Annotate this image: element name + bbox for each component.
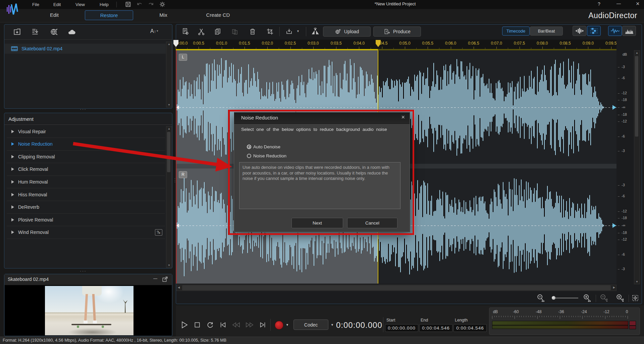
waveform-vscrollbar[interactable]: ▲ ▼ xyxy=(634,50,640,284)
upload-button[interactable]: Upload xyxy=(323,27,371,37)
expand-triangle-icon[interactable] xyxy=(11,142,14,146)
expand-triangle-icon[interactable] xyxy=(11,155,14,158)
timeline-ruler[interactable]: 0:00.00:00.50:01.00:01.50:02.00:02.50:03… xyxy=(176,40,616,49)
adjustment-item-hum-removal[interactable]: Hum Removal xyxy=(7,176,165,188)
fast-forward-button[interactable] xyxy=(246,321,254,329)
scroll-down-icon[interactable]: ▼ xyxy=(634,280,640,283)
insert-marker-icon[interactable] xyxy=(285,28,293,36)
start-field[interactable]: 0:00:00.000 xyxy=(385,324,418,332)
stretch-tool-button[interactable] xyxy=(573,26,586,36)
end-field[interactable]: 0:00:04.546 xyxy=(419,324,452,332)
barbeat-toggle-button[interactable]: Bar/Beat xyxy=(530,27,563,36)
noise-reduction-radio[interactable] xyxy=(247,154,251,158)
zoom-slider-knob[interactable] xyxy=(552,296,555,300)
adjustment-item-hiss-removal[interactable]: Hiss Removal xyxy=(7,188,165,201)
panel-drag-handle[interactable]: ··· xyxy=(80,268,87,274)
multitrack-view-button[interactable] xyxy=(587,26,601,36)
adjustment-item-wind-removal[interactable]: Wind Removal xyxy=(7,226,165,239)
media-list-row[interactable]: Skateboard 02.mp4 xyxy=(5,44,166,54)
fit-view-icon[interactable] xyxy=(631,294,639,302)
codec-button[interactable]: Codec xyxy=(293,320,328,330)
download-sounds-globe-icon[interactable] xyxy=(50,28,58,36)
length-field[interactable]: 0:00:04.546 xyxy=(453,324,487,332)
cut-scissors-icon[interactable] xyxy=(197,28,205,36)
undo-icon[interactable] xyxy=(136,1,143,8)
play-button[interactable] xyxy=(180,321,189,329)
adjustment-scrollbar[interactable]: ▲ ▼ xyxy=(166,126,172,268)
timecode-toggle-button[interactable]: Timecode xyxy=(502,27,530,36)
spectrum-view-button[interactable] xyxy=(622,26,636,36)
adjustment-item-visual-repair[interactable]: Visual Repair xyxy=(7,125,165,138)
adjustment-item-dereverb[interactable]: DeReverb xyxy=(7,201,165,214)
preview-minimize-icon[interactable]: — xyxy=(153,276,157,281)
cloud-icon[interactable] xyxy=(67,28,77,36)
menu-file[interactable]: File xyxy=(30,1,42,8)
adjustment-item-plosive-removal[interactable]: Plosive Removal xyxy=(7,213,165,226)
waveform-view-button[interactable] xyxy=(608,26,622,36)
save-icon[interactable] xyxy=(125,1,131,8)
scroll-up-icon[interactable]: ▲ xyxy=(634,51,640,54)
scroll-right-icon[interactable]: ▶ xyxy=(613,286,615,289)
stop-button[interactable] xyxy=(194,322,201,328)
expand-triangle-icon[interactable] xyxy=(11,167,14,171)
scroll-down-icon[interactable]: ▼ xyxy=(166,103,172,106)
scroll-down-icon[interactable]: ▼ xyxy=(166,264,172,267)
menu-view[interactable]: View xyxy=(73,1,88,8)
wind-removal-help-icon[interactable]: ?▶ xyxy=(155,229,162,236)
loop-button[interactable] xyxy=(207,321,214,329)
next-button[interactable]: Next xyxy=(291,218,343,228)
waveform-hscrollbar[interactable]: ◀ ▶ xyxy=(176,285,616,291)
zoom-slider-track[interactable] xyxy=(554,298,578,298)
expand-triangle-icon[interactable] xyxy=(11,180,14,184)
import-media-icon[interactable] xyxy=(13,28,21,36)
adjustment-item-noise-reduction[interactable]: Noise Reduction xyxy=(7,138,165,151)
scroll-up-icon[interactable]: ▲ xyxy=(166,127,172,130)
expand-triangle-icon[interactable] xyxy=(11,193,14,196)
dialog-titlebar[interactable]: Noise Reduction × xyxy=(234,112,410,124)
delete-trash-icon[interactable] xyxy=(249,28,257,36)
clip-properties-icon[interactable] xyxy=(181,28,190,36)
previous-button[interactable] xyxy=(219,321,227,329)
minimize-button[interactable]: — xyxy=(616,1,621,6)
tab-edit[interactable]: Edit xyxy=(38,10,71,19)
expand-triangle-icon[interactable] xyxy=(11,130,14,133)
adjustment-item-click-removal[interactable]: Click Removal xyxy=(7,163,165,176)
rewind-button[interactable] xyxy=(232,321,240,329)
preview-popout-icon[interactable] xyxy=(162,276,168,282)
vscroll-thumb[interactable] xyxy=(635,56,638,137)
scroll-left-icon[interactable]: ◀ xyxy=(178,286,180,289)
adjustment-item-clipping-removal[interactable]: Clipping Removal xyxy=(7,150,165,163)
auto-denoise-radio[interactable] xyxy=(247,145,251,149)
zoom-in-horizontal-icon[interactable] xyxy=(582,293,592,303)
import-audio-icon[interactable] xyxy=(31,28,40,36)
zoom-out-horizontal-icon[interactable] xyxy=(536,293,545,303)
expand-triangle-icon[interactable] xyxy=(11,218,14,222)
tab-restore[interactable]: Restore xyxy=(85,10,133,20)
marker-dropdown-caret-icon[interactable]: ▼ xyxy=(297,30,300,33)
record-button[interactable] xyxy=(275,321,283,330)
tab-create-cd[interactable]: Create CD xyxy=(198,10,238,19)
redo-icon[interactable] xyxy=(148,1,154,8)
trim-icon[interactable] xyxy=(266,28,274,36)
produce-button[interactable]: Produce xyxy=(373,27,421,37)
next-button[interactable] xyxy=(259,321,266,329)
close-button[interactable]: × xyxy=(636,0,640,7)
settings-gear-icon[interactable] xyxy=(159,1,166,8)
panel-drag-handle[interactable]: ··· xyxy=(80,106,87,112)
ambient-noise-icon[interactable] xyxy=(311,27,320,36)
paste-icon[interactable] xyxy=(231,28,239,36)
cancel-button[interactable]: Cancel xyxy=(347,218,397,228)
media-scrollbar[interactable]: ▲ ▼ xyxy=(166,42,172,107)
noise-reduction-label[interactable]: Noise Reduction xyxy=(253,153,286,158)
scrollbar-thumb[interactable] xyxy=(167,132,170,172)
zoom-in-vertical-icon[interactable] xyxy=(615,293,625,303)
hscroll-thumb[interactable] xyxy=(182,285,611,290)
menu-edit[interactable]: Edit xyxy=(51,1,63,8)
zoom-out-vertical-icon[interactable] xyxy=(599,293,608,303)
expand-triangle-icon[interactable] xyxy=(11,205,14,209)
dialog-close-icon[interactable]: × xyxy=(401,114,405,121)
record-dropdown-caret-icon[interactable]: ▼ xyxy=(286,323,289,327)
codec-dropdown-caret-icon[interactable]: ▼ xyxy=(331,323,334,327)
menu-help[interactable]: Help xyxy=(97,1,111,8)
help-button[interactable]: ? xyxy=(598,1,600,7)
